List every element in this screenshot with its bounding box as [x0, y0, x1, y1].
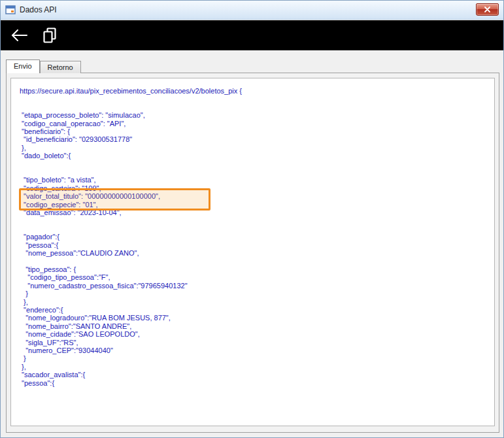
- app-icon: [5, 5, 16, 15]
- tab-strip: Envio Retorno: [6, 59, 81, 73]
- close-icon: [484, 7, 490, 12]
- tab-retorno[interactable]: Retorno: [40, 61, 81, 73]
- action-toolbar: [1, 20, 503, 50]
- close-button[interactable]: [476, 3, 499, 16]
- window-title: Dados API: [20, 5, 57, 14]
- copy-button[interactable]: [42, 27, 57, 43]
- back-button[interactable]: [10, 28, 28, 42]
- title-bar: Dados API: [1, 1, 503, 20]
- tab-envio[interactable]: Envio: [6, 59, 40, 73]
- request-body-viewer[interactable]: https://secure.api.itau/pix_recebimentos…: [10, 78, 495, 426]
- copy-icon: [42, 27, 57, 43]
- tab-page-envio: https://secure.api.itau/pix_recebimentos…: [6, 73, 499, 433]
- request-body-text: https://secure.api.itau/pix_recebimentos…: [11, 78, 494, 394]
- back-arrow-icon: [10, 28, 28, 42]
- app-window: Dados API Envio Retorno https://se: [0, 0, 504, 438]
